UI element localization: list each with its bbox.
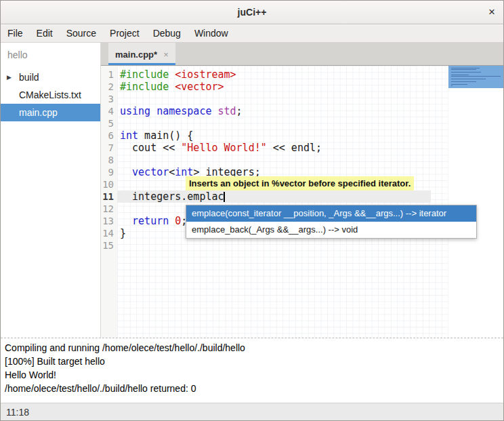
code-token: #include [120, 81, 169, 93]
autocomplete-popup: emplace(const_iterator __position, _Args… [186, 205, 477, 239]
tree-item-cmakelists-txt[interactable]: CMakeLists.txt [1, 86, 100, 104]
code-token: #include [120, 68, 169, 81]
main-area: hello ▶buildCMakeLists.txtmain.cpp main.… [1, 43, 503, 338]
tab-label: main.cpp* [115, 49, 157, 60]
code-token: <vector> [175, 81, 224, 93]
code-token [211, 105, 217, 117]
file-tree: ▶buildCMakeLists.txtmain.cpp [1, 68, 100, 121]
source-editor[interactable]: 123456789101112131415 #include <iostream… [101, 66, 503, 338]
text-cursor [224, 192, 225, 202]
code-line-11: integers.emplac [120, 191, 224, 203]
menu-item-window[interactable]: Window [188, 25, 235, 42]
code-token [169, 68, 175, 81]
minimap-visible-region[interactable] [448, 66, 503, 88]
menu-item-project[interactable]: Project [103, 25, 146, 42]
code-token [150, 105, 156, 117]
output-line: Compiling and running /home/olece/test/h… [5, 341, 499, 355]
code-line-13: return 0; [120, 215, 187, 227]
code-line-2: #include <vector> [120, 81, 224, 93]
code-token: cout << [120, 142, 181, 154]
code-token: ; [236, 105, 243, 117]
line-number: 9 [101, 166, 117, 178]
minimap-line [451, 79, 486, 79]
code-token: 0 [175, 215, 181, 227]
code-line-6: int main() { [120, 129, 193, 142]
minimap-line [451, 81, 476, 82]
window-title: juCi++ [1, 1, 503, 24]
line-number: 15 [101, 239, 117, 252]
tree-item-main-cpp[interactable]: main.cpp [1, 104, 100, 121]
code-token: < [169, 166, 175, 178]
minimap-line [451, 72, 481, 73]
minimap-line [451, 85, 453, 86]
tab-main-cpp[interactable]: main.cpp*× [108, 43, 175, 65]
code-token: "Hello World!" [181, 142, 266, 154]
window-close-icon[interactable]: × [488, 1, 495, 24]
minimap-line [451, 69, 476, 70]
line-number: 11 [101, 191, 117, 203]
menu-item-edit[interactable]: Edit [30, 25, 60, 42]
code-token: } [120, 227, 126, 239]
juci-window: juCi++ × FileEditSourceProjectDebugWindo… [0, 0, 504, 421]
minimap-line [451, 75, 469, 75]
line-number-gutter: 123456789101112131415 [101, 66, 117, 338]
status-bar: 11:18 [1, 403, 503, 421]
output-line: [100%] Built target hello [5, 355, 499, 368]
tree-item-label: main.cpp [19, 107, 58, 118]
tree-item-label: build [19, 72, 39, 83]
code-token: integers.emplac [120, 191, 224, 203]
menu-item-file[interactable]: File [1, 25, 30, 42]
doc-tooltip: Inserts an object in %vector before spec… [186, 176, 414, 191]
code-token [169, 215, 175, 227]
line-number: 3 [101, 93, 117, 105]
line-number: 14 [101, 227, 117, 239]
code-token [169, 81, 175, 93]
code-token: << endl; [267, 142, 322, 154]
code-line-4: using namespace std; [120, 105, 243, 117]
code-token: int [120, 129, 138, 142]
code-token: main() { [138, 129, 193, 142]
clock-text: 11:18 [1, 403, 503, 421]
tab-close-icon[interactable]: × [163, 49, 169, 60]
menu-bar: FileEditSourceProjectDebugWindow [1, 25, 503, 43]
autocomplete-item[interactable]: emplace_back(_Args &&__args...) --> void [186, 222, 476, 238]
tree-item-build[interactable]: ▶build [1, 68, 100, 86]
source-minimap[interactable] [448, 66, 503, 338]
code-token: namespace [156, 105, 211, 117]
tab-bar: main.cpp*× [101, 43, 503, 66]
line-number: 5 [101, 117, 117, 129]
file-tree-sidebar: hello ▶buildCMakeLists.txtmain.cpp [1, 43, 101, 338]
active-tab-underline [108, 63, 175, 65]
minimap-line [451, 84, 467, 85]
line-number: 4 [101, 105, 117, 117]
line-number: 7 [101, 142, 117, 154]
menu-item-source[interactable]: Source [60, 25, 103, 42]
line-number: 1 [101, 68, 117, 81]
minimap-line [451, 68, 480, 68]
tree-item-label: CMakeLists.txt [19, 89, 81, 100]
line-number: 13 [101, 215, 117, 227]
code-line-1: #include <iostream> [120, 68, 236, 81]
minimap-line [451, 76, 501, 77]
line-number: 6 [101, 129, 117, 142]
title-bar: juCi++ × [1, 1, 503, 24]
line-number: 10 [101, 178, 117, 191]
menu-item-debug[interactable]: Debug [146, 25, 188, 42]
build-output-panel: Compiling and running /home/olece/test/h… [1, 338, 503, 403]
editor-column: main.cpp*× 123456789101112131415 #includ… [101, 43, 503, 338]
expander-icon[interactable]: ▶ [7, 68, 12, 86]
code-token [120, 166, 132, 178]
code-line-7: cout << "Hello World!" << endl; [120, 142, 322, 154]
code-token [120, 215, 132, 227]
output-line: Hello World! [5, 368, 499, 382]
output-line: /home/olece/test/hello/./build/hello ret… [5, 382, 499, 395]
line-number: 8 [101, 154, 117, 166]
code-token: <iostream> [175, 68, 236, 81]
code-token: vector [132, 166, 169, 178]
code-line-14: } [120, 227, 126, 239]
code-token: std [218, 105, 236, 117]
line-number: 2 [101, 81, 117, 93]
project-name-label: hello [1, 43, 100, 66]
autocomplete-item[interactable]: emplace(const_iterator __position, _Args… [186, 205, 476, 222]
line-number: 12 [101, 203, 117, 215]
